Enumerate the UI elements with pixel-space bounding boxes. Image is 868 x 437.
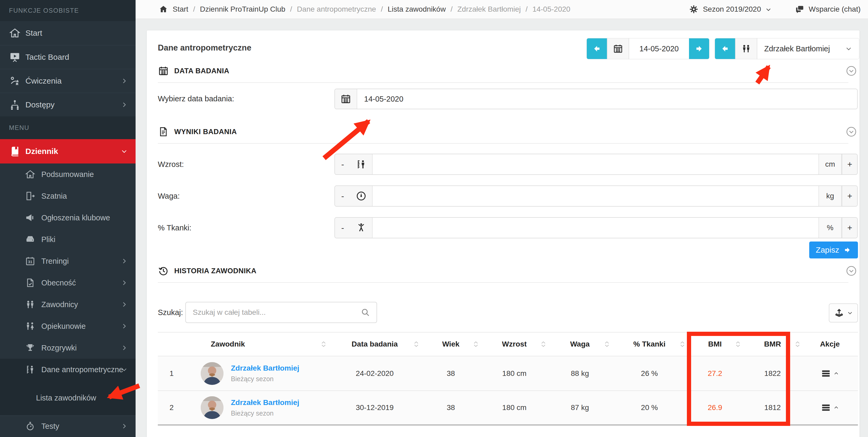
- sidebar-item-dane-antropometryczne[interactable]: Dane antropometryczne: [0, 359, 135, 380]
- section-wyniki-badania: WYNIKI BADANIA: [158, 126, 237, 137]
- collapse-section-icon[interactable]: [846, 126, 857, 137]
- header-waga[interactable]: Waga: [548, 333, 612, 356]
- search-icon: [361, 308, 370, 317]
- breadcrumb-dane[interactable]: Dane antropometryczne: [297, 5, 376, 13]
- sidebar-item-opiekunowie[interactable]: Opiekunowie: [0, 315, 135, 337]
- sidebar-item-podsumowanie[interactable]: Podsumowanie: [0, 164, 135, 185]
- table-row: 2 Zdrzałek Bartłomiej Bieżący sezon 30-1…: [158, 391, 858, 426]
- stopwatch-icon: [25, 421, 35, 432]
- header-wzrost[interactable]: Wzrost: [480, 333, 548, 356]
- sort-icon: [320, 340, 327, 348]
- weight-field-label: Waga:: [158, 192, 180, 201]
- guardians-icon: [25, 321, 35, 331]
- exam-date-input[interactable]: [357, 89, 857, 109]
- sidebar-item-dostepy[interactable]: Dostępy: [0, 93, 135, 116]
- chevron-right-icon: [121, 423, 128, 430]
- breadcrumb-dziennik[interactable]: Dziennik ProTrainUp Club: [200, 5, 285, 13]
- chevron-right-icon: [121, 344, 128, 351]
- trophy-icon: [25, 343, 35, 353]
- header-zawodnik[interactable]: Zawodnik: [185, 333, 328, 356]
- bodyfat-unit: %: [818, 218, 842, 238]
- sidebar-item-ogloszenia[interactable]: Ogłoszenia klubowe: [0, 207, 135, 229]
- bodyfat-minus-button[interactable]: -: [335, 218, 350, 238]
- sidebar-item-start[interactable]: Start: [0, 21, 135, 45]
- row-actions-button[interactable]: [821, 403, 839, 413]
- weight-input[interactable]: [373, 186, 818, 206]
- height-unit: cm: [818, 154, 842, 174]
- divider: [158, 143, 848, 144]
- player-prev-button[interactable]: [715, 38, 735, 59]
- bodyfat-input[interactable]: [373, 218, 818, 238]
- header-bmi[interactable]: BMI: [687, 333, 743, 356]
- section-data-badania: DATA BADANIA: [158, 65, 229, 76]
- breadcrumb-date[interactable]: 14-05-2020: [532, 5, 570, 13]
- date-nav-value[interactable]: 14-05-2020: [629, 38, 689, 59]
- height-minus-button[interactable]: -: [335, 154, 350, 174]
- home-icon[interactable]: [159, 5, 168, 14]
- search-input[interactable]: [186, 308, 361, 316]
- calendar-icon: [25, 256, 35, 266]
- weight-scale-icon: [350, 186, 373, 206]
- weight-input-group: - kg +: [335, 186, 857, 206]
- bodyfat-field-label: % Tkanki:: [158, 224, 191, 232]
- export-button[interactable]: [829, 303, 858, 323]
- chevron-up-icon: [834, 371, 839, 376]
- bmr-value: 1812: [743, 391, 802, 424]
- header-data-badania[interactable]: Data badania: [328, 333, 421, 356]
- sidebar-item-szatnia[interactable]: Szatnia: [0, 185, 135, 207]
- player-link[interactable]: Zdrzałek Bartłomiej: [231, 398, 299, 407]
- chevron-down-icon: [765, 6, 772, 12]
- avatar: [201, 362, 223, 385]
- history-table: Zawodnik Data badania Wiek Wzrost Waga %…: [158, 332, 858, 426]
- weight-minus-button[interactable]: -: [335, 186, 350, 206]
- bodyfat-plus-button[interactable]: +: [842, 218, 857, 238]
- sidebar-item-dziennik[interactable]: Dziennik: [0, 139, 135, 164]
- divider: [158, 282, 848, 283]
- sidebar-item-zawodnicy[interactable]: Zawodnicy: [0, 294, 135, 315]
- height-input[interactable]: [373, 154, 818, 174]
- collapse-section-icon[interactable]: [846, 65, 857, 76]
- bmi-value: 26.9: [687, 391, 743, 424]
- gear-icon: [689, 4, 699, 14]
- season-selector[interactable]: Sezon 2019/2020: [689, 4, 772, 14]
- player-link[interactable]: Zdrzałek Bartłomiej: [231, 364, 299, 372]
- sidebar: FUNKCJE OSOBISTE Start Tactic Board Ćwic…: [0, 0, 135, 437]
- collapse-section-icon[interactable]: [846, 265, 857, 276]
- exercises-icon: [9, 75, 21, 87]
- breadcrumb-player[interactable]: Zdrzałek Bartłomiej: [457, 5, 521, 13]
- document-icon: [158, 126, 169, 137]
- header-tkanki[interactable]: % Tkanki: [612, 333, 687, 356]
- sidebar-section-menu: MENU: [0, 116, 135, 139]
- sidebar-item-pliki[interactable]: Pliki: [0, 229, 135, 250]
- sidebar-section-personal: FUNKCJE OSOBISTE: [0, 0, 135, 21]
- weight-plus-button[interactable]: +: [842, 186, 857, 206]
- sidebar-item-treningi[interactable]: Treningi: [0, 250, 135, 272]
- header-bmr[interactable]: BMR: [743, 333, 802, 356]
- row-actions-button[interactable]: [821, 368, 839, 378]
- height-plus-button[interactable]: +: [842, 154, 857, 174]
- menu-icon: [821, 368, 831, 378]
- player-select[interactable]: Zdrzałek Bartłomiej: [757, 38, 859, 59]
- sidebar-item-obecnosc[interactable]: Obecność: [0, 272, 135, 294]
- sidebar-item-cwiczenia[interactable]: Ćwiczenia: [0, 69, 135, 93]
- sidebar-item-testy[interactable]: Testy: [0, 415, 135, 436]
- support-chat-link[interactable]: Wsparcie (chat): [795, 4, 861, 14]
- date-next-button[interactable]: [689, 38, 709, 59]
- sort-icon: [679, 340, 686, 348]
- topbar: Start / Dziennik ProTrainUp Club / Dane …: [135, 0, 868, 19]
- table-row: 1 Zdrzałek Bartłomiej Bieżący sezon 24-0…: [158, 356, 858, 391]
- header-wiek[interactable]: Wiek: [421, 333, 480, 356]
- weight-unit: kg: [818, 186, 842, 206]
- sort-icon: [473, 340, 479, 348]
- chevron-down-icon: [121, 366, 128, 373]
- breadcrumb-start[interactable]: Start: [173, 5, 188, 13]
- save-button[interactable]: Zapisz: [809, 241, 858, 259]
- sidebar-item-rozgrywki[interactable]: Rozgrywki: [0, 337, 135, 359]
- player-season: Bieżący sezon: [231, 375, 299, 383]
- header-akcje: Akcje: [802, 333, 858, 356]
- sidebar-item-tactic-board[interactable]: Tactic Board: [0, 45, 135, 69]
- breadcrumb-lista[interactable]: Lista zawodników: [388, 5, 446, 13]
- chevron-down-icon: [847, 310, 853, 316]
- sidebar-item-lista-zawodnikow[interactable]: Lista zawodników: [0, 380, 135, 415]
- date-prev-button[interactable]: [587, 38, 607, 59]
